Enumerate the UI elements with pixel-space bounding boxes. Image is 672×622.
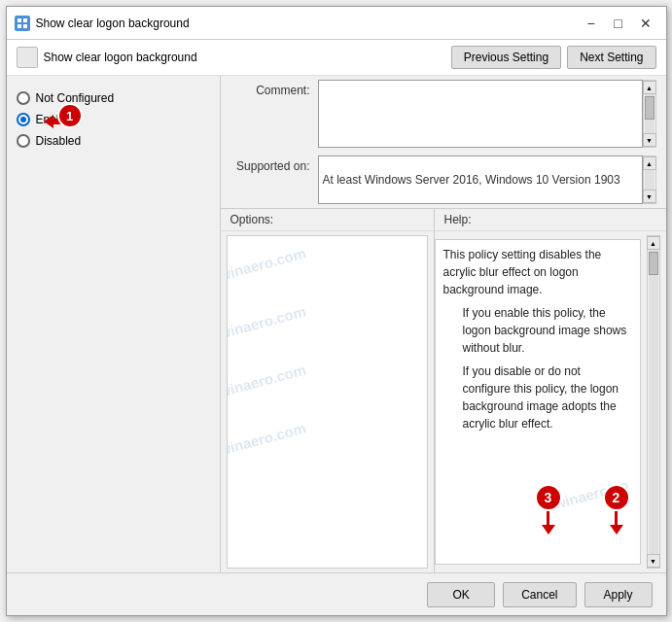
arrow-head-2 [610, 525, 623, 535]
svg-rect-2 [18, 24, 21, 28]
comment-scrollbar[interactable]: ▲ ▼ [643, 80, 656, 148]
radio-group: Not Configured Enabled 1 [7, 84, 220, 156]
content-area: Not Configured Enabled 1 [7, 76, 666, 572]
supported-scrollbar[interactable]: ▲ ▼ [643, 156, 656, 204]
ok-button[interactable]: OK [427, 582, 495, 607]
title-label: Show clear logon background [36, 17, 190, 30]
previous-setting-button[interactable]: Previous Setting [451, 46, 561, 69]
scroll-up-btn[interactable]: ▲ [643, 81, 656, 94]
radio-circle-enabled [17, 113, 30, 126]
title-bar: Show clear logon background − □ ✕ [7, 7, 666, 40]
arrow-shaft-2 [615, 511, 618, 525]
annotation-badge-1: 1 [57, 103, 83, 128]
radio-disabled[interactable]: Disabled [17, 130, 210, 152]
radio-enabled[interactable]: Enabled 1 [17, 109, 210, 130]
help-text: This policy setting disables the acrylic… [443, 246, 632, 432]
sup-scroll-track [645, 170, 654, 190]
svg-rect-3 [23, 24, 27, 28]
arrow-shaft-3 [547, 511, 549, 525]
window-icon [15, 16, 30, 31]
supported-field-container: At least Windows Server 2016, Windows 10… [318, 156, 656, 204]
help-para-1: This policy setting disables the acrylic… [443, 246, 632, 298]
watermark-options-3: winaero.com [227, 361, 307, 399]
arrow-head-3 [542, 525, 555, 535]
options-header: Options: [221, 209, 434, 231]
close-button[interactable]: ✕ [633, 13, 658, 34]
help-scroll-track [649, 250, 658, 554]
radio-label-disabled: Disabled [36, 134, 82, 148]
watermark-options-1: winaero.com [227, 244, 307, 283]
scroll-track [645, 94, 654, 133]
sections-row: Options: winaero.com winaero.com winaero… [221, 208, 666, 572]
dialog-title-area: Show clear logon background [17, 47, 197, 68]
maximize-button[interactable]: □ [606, 13, 631, 34]
help-body: This policy setting disables the acrylic… [435, 239, 641, 565]
scroll-down-btn[interactable]: ▼ [643, 133, 656, 147]
bottom-bar: OK Cancel Apply [7, 572, 666, 615]
right-panel: Comment: ▲ ▼ Supported on: [221, 76, 666, 572]
comment-field-container: ▲ ▼ [318, 80, 656, 148]
radio-circle-disabled [17, 134, 30, 148]
watermark-help-1: winaero.co [552, 474, 632, 515]
radio-not-configured[interactable]: Not Configured [17, 87, 210, 109]
help-scroll-up[interactable]: ▲ [647, 236, 660, 250]
watermark-options-2: winaero.com [227, 302, 307, 341]
options-body: winaero.com winaero.com winaero.com wina… [227, 235, 428, 569]
sup-scroll-up[interactable]: ▲ [643, 156, 656, 170]
help-header: Help: [435, 209, 666, 231]
options-section: Options: winaero.com winaero.com winaero… [221, 209, 435, 572]
help-para-3: If you disable or do not configure this … [463, 363, 632, 432]
supported-label: Supported on: [230, 156, 318, 173]
minimize-button[interactable]: − [579, 13, 604, 34]
window-controls: − □ ✕ [579, 13, 658, 34]
help-section: Help: This policy setting disables the a… [435, 209, 666, 572]
left-panel: Not Configured Enabled 1 [7, 76, 221, 572]
help-scroll-thumb [649, 252, 658, 275]
dialog-title-label: Show clear logon background [44, 51, 197, 64]
supported-value-box: At least Windows Server 2016, Windows 10… [318, 156, 643, 204]
apply-button[interactable]: Apply [584, 582, 653, 607]
radio-label-not-configured: Not Configured [36, 91, 115, 105]
help-scroll-down[interactable]: ▼ [647, 554, 660, 568]
svg-rect-1 [23, 18, 27, 22]
sup-scroll-down[interactable]: ▼ [643, 190, 656, 203]
help-para-2: If you enable this policy, the logon bac… [463, 304, 632, 357]
supported-row: Supported on: At least Windows Server 20… [221, 152, 666, 208]
radio-circle-not-configured [17, 91, 30, 105]
supported-text: At least Windows Server 2016, Windows 10… [323, 173, 620, 187]
comment-row: Comment: ▲ ▼ [221, 76, 666, 152]
scroll-thumb [645, 96, 654, 120]
next-setting-button[interactable]: Next Setting [567, 46, 655, 69]
main-window: Show clear logon background − □ ✕ Show c… [6, 6, 667, 616]
watermark-options-4: winaero.com [227, 419, 307, 458]
comment-label: Comment: [230, 80, 318, 97]
policy-icon [17, 47, 38, 68]
help-scrollbar[interactable]: ▲ ▼ [647, 235, 660, 569]
help-body-wrapper: This policy setting disables the acrylic… [435, 235, 660, 569]
nav-buttons: Previous Setting Next Setting [451, 46, 656, 69]
svg-rect-0 [18, 18, 21, 22]
cancel-button[interactable]: Cancel [503, 582, 576, 607]
comment-textarea[interactable] [318, 80, 643, 148]
top-bar: Show clear logon background Previous Set… [7, 40, 666, 76]
